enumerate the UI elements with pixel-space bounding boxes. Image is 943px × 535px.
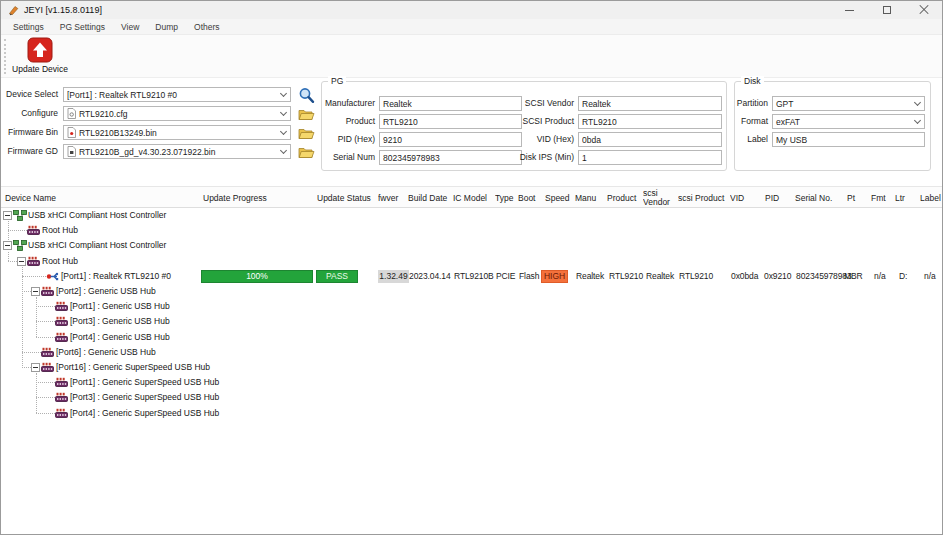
- chevron-down-icon: [914, 117, 921, 124]
- manufacturer-field[interactable]: [379, 96, 522, 111]
- disk-ips-label: Disk IPS (Min): [509, 150, 574, 165]
- toolbar-grip[interactable]: [4, 39, 6, 74]
- configure-label: Configure: [1, 106, 58, 121]
- column-header-fmt[interactable]: Fmt: [871, 187, 895, 209]
- column-header-type[interactable]: Type: [495, 187, 517, 209]
- column-header-build-date[interactable]: Build Date: [408, 187, 452, 209]
- tree-expander[interactable]: [31, 363, 40, 372]
- tree-row[interactable]: USB xHCI Compliant Host Controller: [1, 238, 943, 253]
- column-header-vid[interactable]: VID: [730, 187, 763, 209]
- close-button[interactable]: [905, 1, 942, 19]
- scsi-vendor-field[interactable]: [578, 96, 722, 111]
- product-field[interactable]: [379, 114, 522, 129]
- tree-row[interactable]: [Port3] : Generic SuperSpeed USB Hub: [1, 390, 943, 405]
- tree-row[interactable]: [Port16] : Generic SuperSpeed USB Hub: [1, 360, 943, 375]
- search-device-button[interactable]: [297, 86, 315, 104]
- column-header-speed[interactable]: Speed: [545, 187, 574, 209]
- tree-row[interactable]: [Port2] : Generic USB Hub: [1, 284, 943, 299]
- speed-badge: HIGH: [541, 270, 568, 283]
- tree-row[interactable]: USB xHCI Compliant Host Controller: [1, 208, 943, 223]
- partition-combo[interactable]: GPT: [772, 96, 925, 111]
- manufacturer-label: Manufacturer: [322, 96, 375, 111]
- folder-icon: [298, 127, 315, 140]
- configure-combo[interactable]: RTL9210.cfg: [63, 106, 291, 121]
- form-area: Device Select [Port1] : Realtek RTL9210 …: [1, 78, 942, 186]
- browse-configure-button[interactable]: [297, 105, 315, 123]
- device-select-value: [Port1] : Realtek RTL9210 #0: [67, 90, 279, 100]
- serial-num-field[interactable]: [379, 150, 522, 165]
- column-header-product[interactable]: Product: [607, 187, 642, 209]
- menu-settings[interactable]: Settings: [5, 22, 52, 32]
- maximize-button[interactable]: [868, 1, 905, 19]
- hub-icon: [55, 377, 69, 388]
- cfg-file-icon: [67, 108, 76, 119]
- column-header-label[interactable]: Label: [920, 187, 943, 209]
- chevron-down-icon: [280, 109, 287, 116]
- column-header-manu[interactable]: Manu: [575, 187, 606, 209]
- device-select-combo[interactable]: [Port1] : Realtek RTL9210 #0: [63, 87, 291, 102]
- minus-icon: [5, 215, 10, 216]
- volume-label-field[interactable]: [772, 132, 925, 147]
- tree-row[interactable]: [Port4] : Generic SuperSpeed USB Hub: [1, 406, 943, 421]
- disk-group-title: Disk: [741, 76, 764, 86]
- hub-icon: [55, 332, 69, 343]
- manu-cell: Realtek: [576, 269, 604, 284]
- tree-row[interactable]: [Port1] : Realtek RTL9210 #0100%PASS1.32…: [1, 269, 943, 284]
- ic-model-cell: RTL9210B: [454, 269, 494, 284]
- bin-file-icon: [67, 127, 76, 138]
- tree-row[interactable]: [Port3] : Generic USB Hub: [1, 314, 943, 329]
- column-header-update-progress[interactable]: Update Progress: [203, 187, 313, 209]
- column-header-device-name[interactable]: Device Name: [5, 187, 195, 209]
- firmware-gd-combo[interactable]: RTL9210B_gd_v4.30.23.071922.bin: [63, 144, 291, 159]
- format-combo[interactable]: exFAT: [772, 114, 925, 129]
- column-header-pt[interactable]: Pt: [847, 187, 870, 209]
- tree-row[interactable]: [Port4] : Generic USB Hub: [1, 330, 943, 345]
- tree-row[interactable]: Root Hub: [1, 254, 943, 269]
- column-header-boot[interactable]: Boot: [518, 187, 543, 209]
- column-header-fwver[interactable]: fwver: [378, 187, 407, 209]
- tree-item-label: USB xHCI Compliant Host Controller: [28, 208, 166, 223]
- hub-icon: [55, 408, 69, 419]
- update-device-button[interactable]: Update Device: [9, 37, 71, 77]
- vid-field[interactable]: [578, 132, 722, 147]
- tree-item-label: [Port4] : Generic USB Hub: [70, 330, 170, 345]
- disk-ips-field[interactable]: [578, 150, 722, 165]
- browse-firmware-bin-button[interactable]: [297, 124, 315, 142]
- chevron-down-icon: [914, 99, 921, 106]
- scsi-product-field[interactable]: [578, 114, 722, 129]
- column-header-scsi-vendor[interactable]: scsi Vendor: [643, 187, 676, 209]
- tree-connector: [8, 230, 28, 231]
- column-header-scsi-product[interactable]: scsi Product: [678, 187, 728, 209]
- update-device-icon: [27, 37, 53, 63]
- tree-connector: [36, 337, 56, 338]
- column-header-update-status[interactable]: Update Status: [317, 187, 375, 209]
- tree-row[interactable]: [Port6] : Generic USB Hub: [1, 345, 943, 360]
- tree-row[interactable]: [Port1] : Generic SuperSpeed USB Hub: [1, 375, 943, 390]
- browse-firmware-gd-button[interactable]: [297, 143, 315, 161]
- scsi-product-label: SCSI Product: [509, 114, 574, 129]
- column-header-ic-model[interactable]: IC Model: [453, 187, 493, 209]
- gd-file-icon: [67, 146, 76, 157]
- tree-expander[interactable]: [31, 287, 40, 296]
- menu-pg-settings[interactable]: PG Settings: [52, 22, 113, 32]
- pt-cell: MBR: [844, 269, 863, 284]
- firmware-gd-label: Firmware GD: [1, 144, 58, 159]
- device-tree: USB xHCI Compliant Host ControllerRoot H…: [1, 208, 942, 534]
- tree-expander[interactable]: [17, 257, 26, 266]
- pid-field[interactable]: [379, 132, 522, 147]
- menu-others[interactable]: Others: [186, 22, 228, 32]
- menu-dump[interactable]: Dump: [147, 22, 186, 32]
- tree-row[interactable]: [Port1] : Generic USB Hub: [1, 299, 943, 314]
- hub-icon: [55, 392, 69, 403]
- firmware-bin-combo[interactable]: RTL9210B13249.bin: [63, 125, 291, 140]
- tree-expander[interactable]: [3, 211, 12, 220]
- menu-view[interactable]: View: [113, 22, 147, 32]
- column-header-pid[interactable]: PID: [765, 187, 794, 209]
- tree-row[interactable]: Root Hub: [1, 223, 943, 238]
- column-header-ltr[interactable]: Ltr: [895, 187, 918, 209]
- minimize-button[interactable]: [831, 1, 868, 19]
- host-controller-icon: [13, 210, 27, 221]
- volume-label: Label: [735, 132, 768, 147]
- tree-expander[interactable]: [3, 241, 12, 250]
- column-header-serial-no-[interactable]: Serial No.: [795, 187, 846, 209]
